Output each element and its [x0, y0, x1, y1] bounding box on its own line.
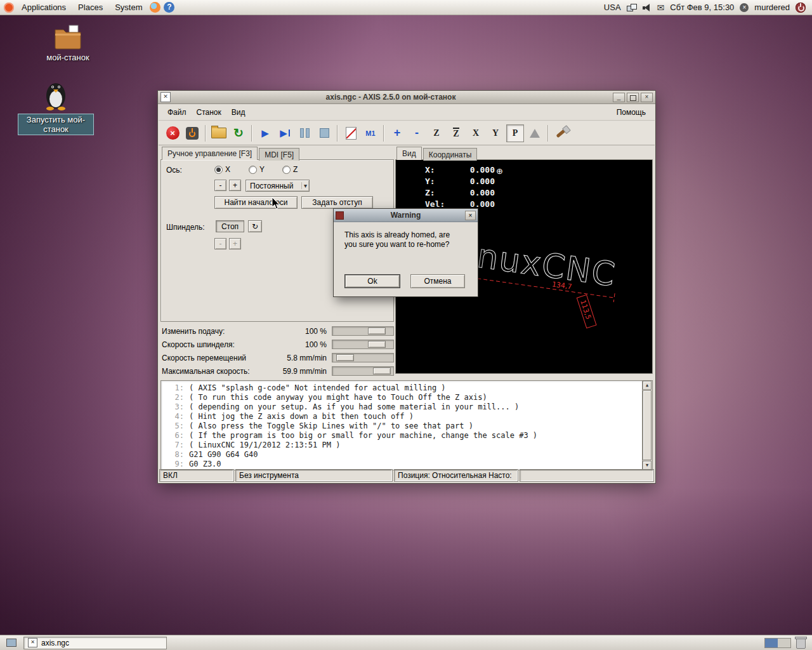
gcode-listing[interactable]: 1:( AXIS "splash g-code" Not intended fo…: [160, 380, 653, 470]
minimize-button[interactable]: _: [613, 93, 625, 102]
scroll-down-icon[interactable]: ▼: [643, 461, 652, 470]
view-x-button[interactable]: X: [467, 124, 485, 142]
jog-minus-button[interactable]: -: [214, 180, 226, 191]
scroll-up-icon[interactable]: ▲: [643, 381, 652, 390]
clock[interactable]: Сбт Фев 9, 15:30: [670, 3, 734, 12]
zoom-out-button[interactable]: -: [408, 124, 426, 142]
spindle-turn-button[interactable]: ↻: [248, 220, 262, 232]
estop-button[interactable]: ×: [164, 124, 181, 142]
view-z-button[interactable]: Z: [428, 124, 445, 142]
axis-x-radio[interactable]: X: [214, 165, 230, 174]
close-button[interactable]: ×: [641, 93, 653, 102]
trash-icon[interactable]: [796, 639, 806, 649]
spindle-faster-button[interactable]: +: [229, 238, 241, 249]
view-y-button[interactable]: Y: [487, 124, 504, 142]
view-x-icon: X: [473, 129, 479, 138]
ok-button[interactable]: Ok: [344, 274, 400, 288]
menu-system[interactable]: System: [110, 1, 147, 14]
workspace-2[interactable]: [778, 639, 790, 647]
spindle-slower-button[interactable]: -: [214, 238, 226, 249]
toolbar: × ↻ ▶ ▶ M1 + - Z Z X Y P: [159, 121, 655, 145]
toggle-optional-pause-button[interactable]: M1: [362, 124, 379, 142]
tab-mdi[interactable]: MDI [F5]: [259, 148, 299, 161]
machine-power-button[interactable]: [183, 124, 201, 142]
open-file-button[interactable]: [210, 124, 228, 142]
desktop-icon-launcher[interactable]: Запустить мой-станок: [18, 79, 94, 135]
desktop-background[interactable]: Applications Places System ? USA ✉ Сбт Ф…: [0, 0, 812, 650]
touch-off-button[interactable]: Задать отступ: [301, 196, 373, 209]
help-icon[interactable]: ?: [164, 2, 174, 13]
skip-lines-icon: [346, 127, 357, 140]
user-presence-icon[interactable]: ×: [740, 3, 749, 12]
menu-file[interactable]: Файл: [162, 105, 192, 119]
network-icon[interactable]: [627, 4, 637, 11]
menu-machine[interactable]: Станок: [192, 105, 226, 119]
jog-plus-button[interactable]: +: [229, 180, 241, 191]
jog-speed-label: Скорость перемещений: [162, 354, 246, 362]
max-velocity-label: Максимальная скорость:: [162, 367, 250, 376]
jog-increment-dropdown[interactable]: Постоянный▾: [246, 180, 310, 192]
maximize-button[interactable]: [627, 93, 639, 102]
mail-icon[interactable]: ✉: [657, 3, 665, 13]
menu-applications[interactable]: Applications: [17, 1, 70, 14]
slider-handle[interactable]: [368, 341, 386, 348]
feed-override-row: Изменить подачу: 100 %: [160, 324, 394, 338]
shutdown-icon[interactable]: [796, 3, 806, 13]
cancel-button[interactable]: Отмена: [410, 274, 465, 288]
workspace-1[interactable]: [765, 639, 778, 647]
slider-handle[interactable]: [368, 328, 386, 335]
view-z2-icon: Z: [453, 128, 459, 138]
home-axis-button[interactable]: Найти начало оси: [214, 196, 298, 209]
jog-speed-slider[interactable]: [332, 353, 394, 362]
max-velocity-slider[interactable]: [332, 366, 394, 376]
zoom-in-button[interactable]: +: [388, 124, 406, 142]
dialog-buttons: Ok Отмена: [344, 274, 465, 288]
stop-program-button[interactable]: [315, 124, 333, 142]
dialog-message-line1: This axis is already homed, are: [344, 230, 469, 240]
taskbar-window-button[interactable]: ✕ axis.ngc: [23, 637, 167, 649]
menu-view[interactable]: Вид: [226, 105, 251, 119]
desktop-icon-folder[interactable]: мой-станок: [33, 24, 103, 62]
toggle-skip-lines-button[interactable]: [342, 124, 360, 142]
slider-handle[interactable]: [336, 354, 354, 361]
brush-icon: [556, 128, 566, 138]
slider-handle[interactable]: [373, 368, 391, 375]
menu-help[interactable]: Помощь: [612, 105, 651, 119]
rotate-view-button[interactable]: [526, 124, 544, 142]
desktop-icon-label: Запустить мой-станок: [18, 114, 94, 135]
firefox-icon[interactable]: [150, 2, 160, 13]
view-z2-button[interactable]: Z: [447, 124, 465, 142]
tab-manual-control[interactable]: Ручное управление [F3]: [162, 147, 258, 160]
scrollbar-thumb[interactable]: [643, 390, 652, 460]
step-program-button[interactable]: ▶: [276, 124, 294, 142]
volume-icon[interactable]: [643, 3, 652, 12]
spindle-override-slider[interactable]: [332, 340, 394, 349]
axis-z-radio[interactable]: Z: [282, 165, 298, 174]
run-program-button[interactable]: ▶: [256, 124, 274, 142]
reload-file-button[interactable]: ↻: [230, 124, 247, 142]
distro-menu-icon[interactable]: [4, 3, 14, 13]
keyboard-layout-indicator[interactable]: USA: [604, 3, 621, 12]
workspace-switcher[interactable]: [764, 638, 791, 648]
pause-program-button[interactable]: [296, 124, 313, 142]
top-panel: Applications Places System ? USA ✉ Сбт Ф…: [0, 0, 812, 15]
titlebar[interactable]: ✕ axis.ngc - AXIS 2.5.0 on мой-станок _ …: [158, 91, 655, 104]
clear-plot-button[interactable]: [553, 124, 570, 142]
menu-places[interactable]: Places: [74, 1, 107, 14]
axis-y-radio[interactable]: Y: [249, 165, 265, 174]
spindle-stop-button[interactable]: Стоп: [216, 220, 244, 232]
user-menu[interactable]: murdered: [754, 3, 790, 12]
dialog-titlebar[interactable]: Warning ×: [334, 209, 478, 222]
dialog-close-button[interactable]: ×: [465, 211, 476, 220]
view-perspective-button[interactable]: P: [506, 124, 524, 142]
feed-override-slider[interactable]: [332, 326, 394, 336]
dialog-message: This axis is already homed, are you sure…: [344, 230, 469, 249]
tab-dro[interactable]: Координаты: [423, 148, 478, 161]
power-icon: [186, 127, 199, 140]
gcode-scrollbar[interactable]: ▲ ▼: [642, 381, 652, 470]
jog-speed-value: 5.8 mm/min: [287, 354, 327, 362]
view-z-icon: Z: [433, 129, 439, 138]
tab-preview[interactable]: Вид: [396, 147, 422, 160]
show-desktop-button[interactable]: [3, 636, 20, 650]
maximize-icon: [630, 95, 636, 101]
